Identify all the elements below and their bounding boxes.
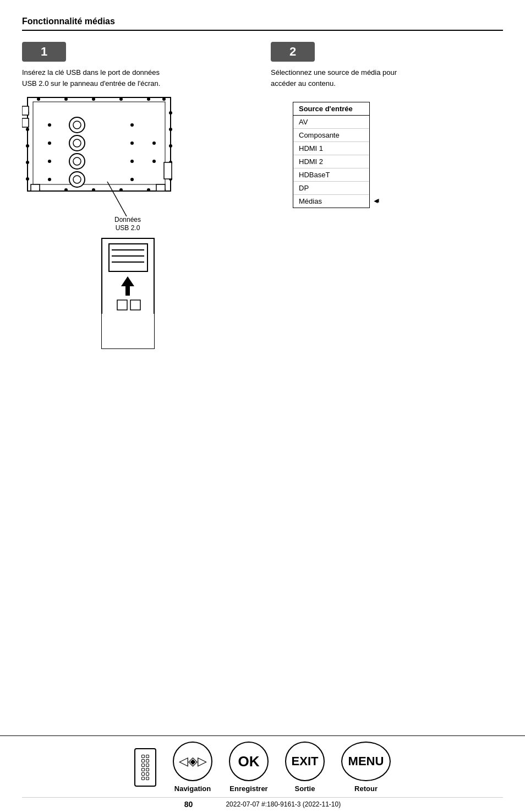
- svg-point-44: [152, 141, 156, 145]
- document-meta: 2022-07-07 #:180-9161-3 (2022-11-10): [226, 800, 341, 808]
- svg-point-15: [26, 128, 29, 131]
- svg-point-5: [119, 97, 123, 101]
- footer-nav: ◁◈▷ Navigation OK Enregistrer EXIT Sorti…: [22, 742, 503, 797]
- nav-item-menu: MENU Retour: [341, 742, 391, 793]
- source-menu-item-hdbaset[interactable]: HDBaseT: [293, 168, 369, 182]
- svg-point-16: [26, 144, 29, 148]
- left-column: 1 Insérez la clé USB dans le port de don…: [22, 42, 254, 350]
- svg-point-2: [37, 97, 40, 101]
- source-menu-item-medias[interactable]: Médias ◄: [293, 195, 369, 208]
- svg-point-43: [130, 178, 134, 181]
- svg-point-6: [147, 97, 150, 101]
- source-menu-item-composante[interactable]: Composante: [293, 129, 369, 142]
- svg-point-10: [92, 188, 95, 192]
- exit-button-icon: EXIT: [285, 742, 325, 781]
- step2-description: Sélectionnez une source de média pour ac…: [271, 67, 414, 89]
- ok-button-icon: OK: [229, 742, 269, 781]
- page-number: 80: [184, 800, 193, 809]
- nav-label-navigation: Navigation: [174, 784, 211, 793]
- svg-point-12: [147, 188, 150, 192]
- svg-text:USB 2.0: USB 2.0: [116, 224, 140, 232]
- main-content: 1 Insérez la clé USB dans le port de don…: [22, 42, 503, 350]
- svg-point-7: [162, 97, 166, 101]
- footer: ◁◈▷ Navigation OK Enregistrer EXIT Sorti…: [0, 735, 525, 812]
- svg-point-19: [169, 111, 172, 115]
- diagram-svg: Données USB 2.0: [22, 96, 187, 350]
- step1-description: Insérez la clé USB dans le port de donné…: [22, 67, 165, 89]
- nav-item-exit: EXIT Sortie: [285, 742, 325, 793]
- svg-point-17: [26, 161, 29, 164]
- svg-point-29: [73, 121, 81, 129]
- page-title: Fonctionnalité médias: [22, 17, 503, 31]
- svg-rect-24: [22, 106, 29, 115]
- svg-point-33: [73, 157, 81, 165]
- right-column: 2 Sélectionnez une source de média pour …: [271, 42, 503, 350]
- svg-point-42: [130, 160, 134, 163]
- svg-rect-46: [164, 162, 172, 179]
- nav-label-retour: Retour: [354, 784, 378, 793]
- svg-point-38: [48, 160, 51, 163]
- svg-rect-1: [33, 102, 165, 184]
- svg-point-9: [64, 188, 68, 192]
- svg-point-18: [26, 177, 29, 181]
- step1-badge: 1: [22, 42, 66, 62]
- svg-point-37: [48, 141, 51, 145]
- svg-rect-56: [117, 300, 127, 310]
- svg-point-31: [73, 139, 81, 147]
- menu-button-icon: MENU: [341, 742, 391, 781]
- source-menu-item-hdmi2[interactable]: HDMI 2: [293, 155, 369, 168]
- source-menu: Source d'entrée AV Composante HDMI 1 HDM…: [293, 102, 370, 208]
- svg-point-35: [73, 176, 81, 183]
- svg-point-41: [130, 141, 134, 145]
- svg-point-11: [119, 188, 123, 192]
- nav-item-ok: OK Enregistrer: [229, 742, 269, 793]
- svg-point-4: [92, 97, 95, 101]
- page-container: Fonctionnalité médias 1 Insérez la clé U…: [0, 0, 525, 812]
- svg-point-36: [48, 123, 51, 127]
- svg-point-20: [169, 128, 172, 131]
- footer-bottom: 80 2022-07-07 #:180-9161-3 (2022-11-10): [22, 797, 503, 812]
- svg-rect-27: [156, 184, 165, 191]
- svg-point-21: [169, 144, 172, 148]
- source-menu-header: Source d'entrée: [293, 102, 369, 116]
- nav-label-sortie: Sortie: [295, 784, 315, 793]
- svg-point-45: [152, 160, 156, 163]
- svg-text:Données: Données: [114, 216, 141, 224]
- svg-point-3: [64, 97, 68, 101]
- svg-rect-58: [102, 314, 154, 348]
- svg-rect-25: [22, 118, 29, 127]
- nav-item-navigation: ◁◈▷ Navigation: [173, 742, 212, 793]
- nav-label-enregistrer: Enregistrer: [229, 784, 267, 793]
- source-menu-item-dp[interactable]: DP: [293, 182, 369, 195]
- svg-rect-57: [130, 300, 140, 310]
- arrow-pad-icon: ◁◈▷: [173, 742, 212, 781]
- svg-rect-26: [31, 184, 40, 191]
- tv-diagram: Données USB 2.0: [22, 96, 187, 350]
- svg-point-40: [130, 123, 134, 127]
- source-menu-item-av[interactable]: AV: [293, 116, 369, 129]
- nav-item-remote: [134, 748, 156, 787]
- step2-badge: 2: [271, 42, 315, 62]
- source-menu-item-hdmi1[interactable]: HDMI 1: [293, 142, 369, 155]
- svg-point-39: [48, 178, 51, 181]
- svg-rect-51: [109, 244, 147, 271]
- remote-control-icon: [134, 748, 156, 787]
